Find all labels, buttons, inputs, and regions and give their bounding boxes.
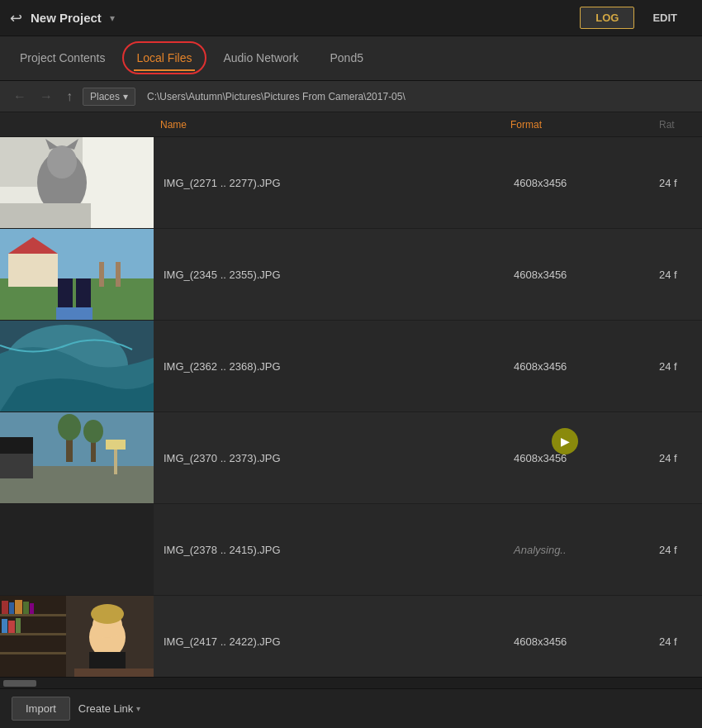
title-bar: ↩ New Project ▾ LOG EDIT xyxy=(0,0,702,36)
file-format: 4608x3456 xyxy=(504,635,652,648)
file-name: IMG_(2362 .. 2368).JPG xyxy=(154,360,504,373)
log-button[interactable]: LOG xyxy=(580,7,634,29)
tab-pond5[interactable]: Pond5 xyxy=(326,46,366,71)
edit-button[interactable]: EDIT xyxy=(638,7,692,28)
thumbnail xyxy=(0,412,154,503)
svg-point-4 xyxy=(47,145,77,178)
thumbnail xyxy=(0,504,154,595)
create-link-label: Create Link xyxy=(78,702,133,715)
svg-rect-34 xyxy=(0,633,66,635)
table-row[interactable]: IMG_(2378 .. 2415).JPG Analysing.. 24 f xyxy=(0,504,702,596)
content-area: Name Format Rat IMG_(22 xyxy=(0,112,702,688)
file-name: IMG_(2378 .. 2415).JPG xyxy=(154,544,504,556)
svg-rect-39 xyxy=(23,602,29,614)
svg-rect-33 xyxy=(0,614,66,616)
svg-rect-36 xyxy=(2,601,8,614)
svg-rect-43 xyxy=(16,618,21,633)
table-row[interactable]: IMG_(2362 .. 2368).JPG 4608x3456 24 f xyxy=(0,321,702,412)
svg-rect-10 xyxy=(8,254,58,287)
file-rate: 24 f xyxy=(652,177,702,189)
svg-rect-27 xyxy=(0,437,33,454)
file-format: 4608x3456 xyxy=(504,360,652,373)
table-row[interactable]: IMG_(2345 .. 2355).JPG 4608x3456 24 f xyxy=(0,229,702,321)
title-left: ↩ New Project ▾ xyxy=(10,9,115,27)
svg-rect-37 xyxy=(9,602,14,614)
svg-rect-29 xyxy=(106,440,126,450)
thumbnail xyxy=(0,229,154,320)
svg-rect-48 xyxy=(74,669,154,677)
places-label: Places xyxy=(90,91,120,102)
table-body[interactable]: IMG_(2271 .. 2277).JPG 4608x3456 24 f xyxy=(0,137,702,677)
bottom-bar: Import Create Link ▾ xyxy=(0,688,702,728)
h-scroll-thumb[interactable] xyxy=(3,680,36,687)
title-right: LOG EDIT xyxy=(580,7,692,29)
svg-point-47 xyxy=(91,604,124,624)
svg-rect-13 xyxy=(116,262,121,287)
tab-local-files[interactable]: Local Files xyxy=(134,46,196,71)
file-name: IMG_(2345 .. 2355).JPG xyxy=(154,269,504,281)
col-name: Name xyxy=(154,119,504,131)
back-button[interactable]: ← xyxy=(10,88,30,106)
svg-rect-40 xyxy=(30,603,34,614)
file-rate: 24 f xyxy=(652,452,702,464)
svg-rect-42 xyxy=(8,621,15,633)
file-name: IMG_(2417 .. 2422).JPG xyxy=(154,635,504,648)
table-header: Name Format Rat xyxy=(0,112,702,137)
table-row[interactable]: IMG_(2417 .. 2422).JPG 4608x3456 24 f xyxy=(0,596,702,677)
svg-point-25 xyxy=(83,420,103,443)
svg-rect-30 xyxy=(0,504,154,595)
col-format: Format xyxy=(504,119,652,131)
thumbnail xyxy=(0,321,154,412)
thumbnail xyxy=(0,596,154,677)
import-button[interactable]: Import xyxy=(12,697,70,721)
file-rate: 24 f xyxy=(652,269,702,281)
file-rate: 24 f xyxy=(652,544,702,556)
project-title: New Project xyxy=(31,11,102,25)
svg-point-23 xyxy=(58,414,81,440)
file-format: Analysing.. xyxy=(504,544,652,556)
places-button[interactable]: Places ▾ xyxy=(83,88,135,106)
forward-button[interactable]: → xyxy=(36,88,56,106)
svg-rect-16 xyxy=(56,307,74,320)
tab-audio-network[interactable]: Audio Network xyxy=(220,46,301,71)
svg-rect-12 xyxy=(99,262,104,287)
svg-rect-38 xyxy=(15,600,22,614)
back-project-icon[interactable]: ↩ xyxy=(10,9,22,27)
project-dropdown-arrow[interactable]: ▾ xyxy=(110,12,115,24)
svg-rect-17 xyxy=(74,307,92,320)
file-format: 4608x3456 xyxy=(504,269,652,281)
horizontal-scrollbar[interactable] xyxy=(0,677,702,688)
file-format: 4608x3456 xyxy=(504,452,652,464)
file-rate: 24 f xyxy=(652,360,702,373)
file-format: 4608x3456 xyxy=(504,177,652,189)
table-row[interactable]: IMG_(2370 .. 2373).JPG 4608x3456 24 f xyxy=(0,412,702,504)
table-row[interactable]: IMG_(2271 .. 2277).JPG 4608x3456 24 f xyxy=(0,137,702,229)
path-display: C:\Users\Autumn\Pictures\Pictures From C… xyxy=(147,91,406,102)
tabs-bar: Project Contents Local Files Audio Netwo… xyxy=(0,36,702,81)
svg-rect-7 xyxy=(0,203,91,228)
col-rate: Rat xyxy=(652,119,702,131)
create-link-arrow: ▾ xyxy=(136,704,140,713)
file-name: IMG_(2370 .. 2373).JPG xyxy=(154,452,504,464)
up-button[interactable]: ↑ xyxy=(63,88,76,106)
create-link-button[interactable]: Create Link ▾ xyxy=(78,702,140,715)
thumbnail xyxy=(0,137,154,228)
file-name: IMG_(2271 .. 2277).JPG xyxy=(154,177,504,189)
svg-rect-2 xyxy=(83,137,154,228)
tab-project-contents[interactable]: Project Contents xyxy=(17,46,109,71)
svg-rect-35 xyxy=(0,652,66,654)
nav-bar: ← → ↑ Places ▾ C:\Users\Autumn\Pictures\… xyxy=(0,81,702,112)
svg-rect-41 xyxy=(2,619,7,633)
file-rate: 24 f xyxy=(652,635,702,648)
places-arrow: ▾ xyxy=(123,91,128,102)
